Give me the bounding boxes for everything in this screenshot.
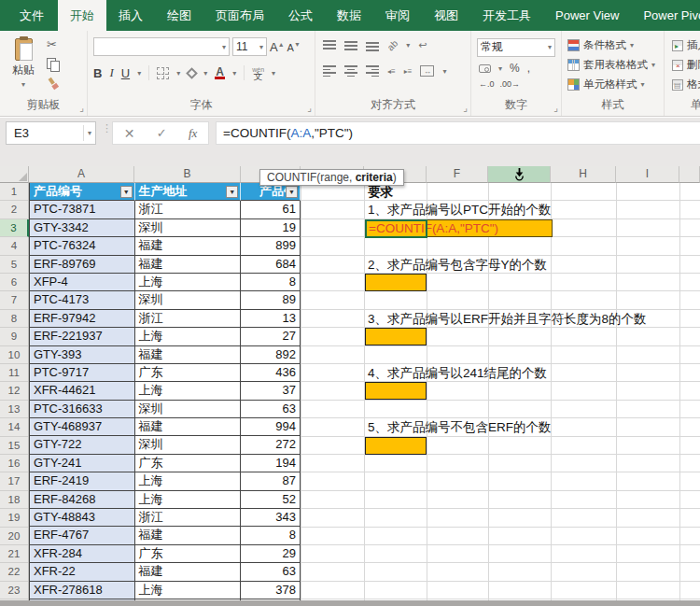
table-cell[interactable]: 29 <box>241 545 301 563</box>
wrap-text-icon[interactable]: ↩ <box>418 39 427 51</box>
tab-页面布局[interactable]: 页面布局 <box>203 0 276 31</box>
table-cell[interactable]: GTY-468937 <box>30 418 135 436</box>
answer-cell-orange[interactable] <box>365 274 427 291</box>
row-header-3[interactable]: 3 <box>0 219 29 237</box>
dialog-launcher-icon[interactable]: ⌟ <box>307 105 312 112</box>
table-cell[interactable]: 浙江 <box>135 310 242 328</box>
table-cell[interactable]: 13 <box>241 310 301 328</box>
table-cell[interactable]: 广东 <box>135 455 242 472</box>
table-cell[interactable]: 27 <box>241 328 301 345</box>
align-left-icon[interactable] <box>323 65 336 77</box>
row-header-8[interactable]: 8 <box>0 310 28 328</box>
table-cell[interactable]: 436 <box>241 364 301 382</box>
column-header-I[interactable]: I <box>616 166 679 183</box>
row-header-7[interactable]: 7 <box>0 291 28 309</box>
table-cell[interactable]: 899 <box>241 237 301 255</box>
tab-公式[interactable]: 公式 <box>276 0 325 31</box>
name-box[interactable]: E3 ▾ <box>6 121 96 145</box>
row-header-2[interactable]: 2 <box>0 201 28 218</box>
table-cell[interactable]: GTY-722 <box>30 436 135 454</box>
table-cell[interactable]: ERF-221937 <box>30 328 135 345</box>
paste-button[interactable]: 粘贴 ▾ <box>7 38 40 98</box>
increase-decimal-icon[interactable]: ←.0 <box>479 79 495 89</box>
column-header-F[interactable]: F <box>427 166 488 183</box>
italic-button[interactable]: I <box>109 65 113 80</box>
table-cell[interactable]: 19 <box>241 219 301 237</box>
table-cell[interactable]: 深圳 <box>135 436 242 454</box>
table-cell[interactable]: 上海 <box>135 491 242 509</box>
table-cell[interactable]: 63 <box>241 401 301 418</box>
font-color-icon[interactable]: A <box>215 67 225 79</box>
format-cells-button[interactable]: 格式 <box>672 78 700 92</box>
cell-styles-button[interactable]: 单元格样式▾ <box>567 78 655 92</box>
table-cell[interactable]: 87 <box>241 472 301 490</box>
table-cell[interactable]: XFP-4 <box>30 274 135 291</box>
enter-icon[interactable]: ✓ <box>157 126 167 140</box>
align-middle-icon[interactable] <box>344 40 357 51</box>
tab-Power View[interactable]: Power View <box>543 0 631 31</box>
row-header-15[interactable]: 15 <box>0 437 28 455</box>
insert-cells-button[interactable]: 插入 <box>672 38 700 52</box>
table-cell[interactable]: 194 <box>241 455 301 472</box>
cancel-icon[interactable]: ✕ <box>124 126 135 141</box>
table-cell[interactable]: 深圳 <box>135 291 242 309</box>
row-header-22[interactable]: 22 <box>0 563 28 581</box>
delete-cells-button[interactable]: 删除 <box>672 58 700 72</box>
table-cell[interactable]: 994 <box>241 418 301 436</box>
comma-style-button[interactable]: , <box>527 62 530 75</box>
table-cell[interactable]: 福建 <box>135 418 242 436</box>
percent-style-button[interactable]: % <box>510 62 520 75</box>
table-cell[interactable]: GTY-3342 <box>30 219 135 237</box>
table-cell[interactable]: 63 <box>241 563 301 581</box>
table-cell[interactable]: 上海 <box>135 382 242 400</box>
phonetic-guide-icon[interactable]: wén文 <box>252 66 264 79</box>
row-header-16[interactable]: 16 <box>0 455 28 472</box>
chevron-down-icon[interactable]: ▾ <box>84 129 95 137</box>
row-header-13[interactable]: 13 <box>0 401 28 418</box>
orientation-icon[interactable]: ab <box>385 38 400 53</box>
conditional-formatting-button[interactable]: 条件格式▾ <box>567 38 655 52</box>
column-header-partial[interactable] <box>679 166 700 183</box>
column-header-B[interactable]: B <box>134 166 241 183</box>
row-header-1[interactable]: 1 <box>0 183 28 201</box>
filter-dropdown-icon[interactable]: ▼ <box>286 186 298 198</box>
dialog-launcher-icon[interactable]: ⌟ <box>79 105 84 112</box>
table-cell[interactable]: PTC-73871 <box>30 201 135 218</box>
increase-font-icon[interactable]: A▲ <box>270 40 285 54</box>
row-header-6[interactable]: 6 <box>0 274 28 291</box>
table-cell[interactable]: 福建 <box>135 237 242 255</box>
row-header-23[interactable]: 23 <box>0 582 28 599</box>
table-cell[interactable]: GTY-241 <box>30 455 135 472</box>
table-cell[interactable]: 深圳 <box>135 219 242 237</box>
tab-文件[interactable]: 文件 <box>6 0 58 31</box>
table-cell[interactable]: 福建 <box>135 563 242 581</box>
table-cell[interactable]: 福建 <box>135 256 242 274</box>
table-cell[interactable]: 上海 <box>135 472 242 490</box>
active-cell-formula[interactable]: =COUNTIF(A:A,"PTC") <box>365 219 553 237</box>
align-top-icon[interactable] <box>323 40 336 51</box>
table-cell[interactable]: 广东 <box>135 545 242 563</box>
underline-button[interactable]: U <box>121 66 130 80</box>
format-as-table-button[interactable]: 套用表格格式▾ <box>567 58 655 72</box>
formula-bar-handle[interactable]: ⋮ <box>102 125 112 131</box>
align-bottom-icon[interactable] <box>366 40 379 51</box>
row-header-20[interactable]: 20 <box>0 528 28 545</box>
tab-开发工具[interactable]: 开发工具 <box>470 0 543 31</box>
table-cell[interactable]: 52 <box>241 491 301 509</box>
tab-数据[interactable]: 数据 <box>325 0 373 31</box>
table-cell[interactable]: 37 <box>241 382 301 400</box>
table-cell[interactable]: XFR-284 <box>30 545 135 563</box>
row-header-18[interactable]: 18 <box>0 491 28 509</box>
fill-color-icon[interactable] <box>186 67 198 79</box>
table-cell[interactable]: ERF-97942 <box>30 310 135 328</box>
table-cell[interactable]: 684 <box>241 256 301 274</box>
table-cell[interactable]: 272 <box>241 436 301 454</box>
row-header-14[interactable]: 14 <box>0 418 28 436</box>
table-cell[interactable]: GTY-48843 <box>30 509 135 527</box>
format-painter-icon[interactable] <box>44 75 61 92</box>
row-header-9[interactable]: 9 <box>0 328 28 345</box>
decrease-indent-icon[interactable]: ◂≡ <box>387 67 396 76</box>
merge-center-icon[interactable]: ↔ <box>420 65 434 77</box>
column-header-G[interactable] <box>488 166 551 183</box>
row-header-17[interactable]: 17 <box>0 472 28 490</box>
